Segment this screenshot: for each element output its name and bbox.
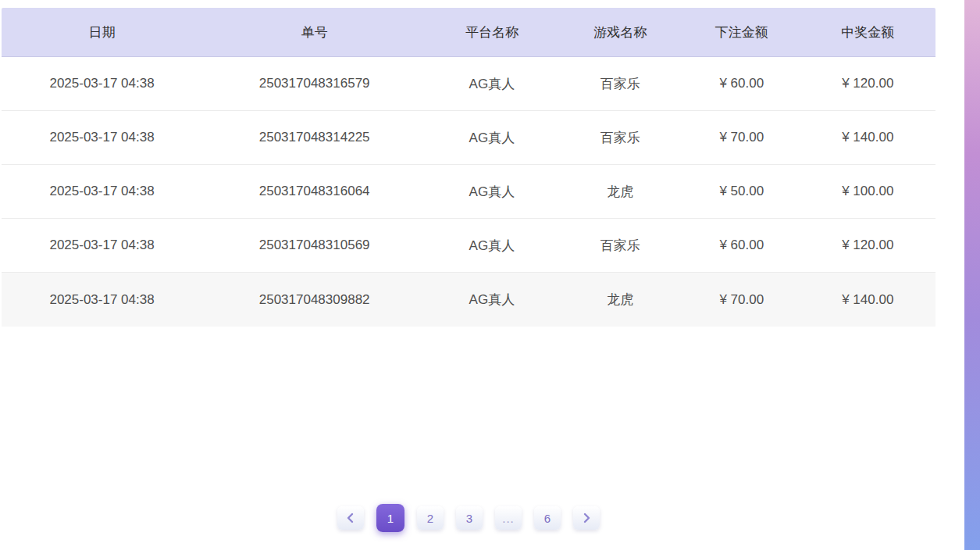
table-row: 2025-03-17 04:38250317048314225AG真人百家乐¥ … <box>2 111 935 165</box>
pagination-page-button-1[interactable]: 1 <box>376 504 404 532</box>
cell-date: 2025-03-17 04:38 <box>2 292 202 308</box>
column-header-game: 游戏名称 <box>558 23 683 41</box>
chevron-right-icon <box>581 512 592 523</box>
cell-date: 2025-03-17 04:38 <box>2 76 202 91</box>
cell-game: 龙虎 <box>558 183 683 201</box>
table-row: 2025-03-17 04:38250317048310569AG真人百家乐¥ … <box>2 219 935 273</box>
cell-win_amount: ¥ 120.00 <box>800 76 935 91</box>
table-row: 2025-03-17 04:38250317048309882AG真人龙虎¥ 7… <box>2 273 935 327</box>
pagination: 123...6 <box>2 504 935 532</box>
cell-bet_amount: ¥ 60.00 <box>683 76 800 91</box>
pagination-page-button-2[interactable]: 2 <box>417 506 444 530</box>
cell-platform: AG真人 <box>426 291 557 309</box>
cell-game: 龙虎 <box>558 291 683 309</box>
table-row: 2025-03-17 04:38250317048316579AG真人百家乐¥ … <box>2 57 935 111</box>
cell-bet_amount: ¥ 60.00 <box>683 238 800 253</box>
cell-bet_amount: ¥ 70.00 <box>683 292 800 308</box>
right-gradient-strip <box>964 0 980 550</box>
cell-win_amount: ¥ 100.00 <box>800 184 935 199</box>
cell-order_no: 250317048310569 <box>202 238 426 253</box>
cell-order_no: 250317048316064 <box>202 184 426 199</box>
column-header-bet_amount: 下注金额 <box>683 23 800 41</box>
chevron-left-icon <box>345 512 356 523</box>
table-row: 2025-03-17 04:38250317048316064AG真人龙虎¥ 5… <box>2 165 935 219</box>
bet-records-page: 日期单号平台名称游戏名称下注金额中奖金额 2025-03-17 04:38250… <box>0 0 980 550</box>
cell-date: 2025-03-17 04:38 <box>2 238 202 253</box>
cell-win_amount: ¥ 140.00 <box>800 292 935 308</box>
pagination-next-button[interactable] <box>573 506 600 530</box>
column-header-order_no: 单号 <box>202 23 426 41</box>
cell-bet_amount: ¥ 70.00 <box>683 130 800 145</box>
cell-platform: AG真人 <box>426 75 557 93</box>
column-header-date: 日期 <box>2 23 202 41</box>
cell-win_amount: ¥ 140.00 <box>800 130 935 145</box>
bet-records-table: 日期单号平台名称游戏名称下注金额中奖金额 2025-03-17 04:38250… <box>2 8 935 327</box>
cell-game: 百家乐 <box>558 129 683 147</box>
cell-bet_amount: ¥ 50.00 <box>683 184 800 199</box>
cell-game: 百家乐 <box>558 75 683 93</box>
cell-date: 2025-03-17 04:38 <box>2 130 202 145</box>
column-header-win_amount: 中奖金额 <box>800 23 935 41</box>
table-body: 2025-03-17 04:38250317048316579AG真人百家乐¥ … <box>2 57 935 327</box>
cell-order_no: 250317048309882 <box>202 292 426 308</box>
cell-order_no: 250317048314225 <box>202 130 426 145</box>
pagination-ellipsis: ... <box>495 506 522 530</box>
cell-win_amount: ¥ 120.00 <box>800 238 935 253</box>
cell-game: 百家乐 <box>558 237 683 255</box>
cell-date: 2025-03-17 04:38 <box>2 184 202 199</box>
cell-order_no: 250317048316579 <box>202 76 426 91</box>
column-header-platform: 平台名称 <box>426 23 557 41</box>
pagination-page-button-3[interactable]: 3 <box>456 506 483 530</box>
pagination-page-button-6[interactable]: 6 <box>534 506 561 530</box>
cell-platform: AG真人 <box>426 129 557 147</box>
cell-platform: AG真人 <box>426 237 557 255</box>
table-header-row: 日期单号平台名称游戏名称下注金额中奖金额 <box>2 8 935 57</box>
cell-platform: AG真人 <box>426 183 557 201</box>
pagination-prev-button[interactable] <box>337 506 364 530</box>
